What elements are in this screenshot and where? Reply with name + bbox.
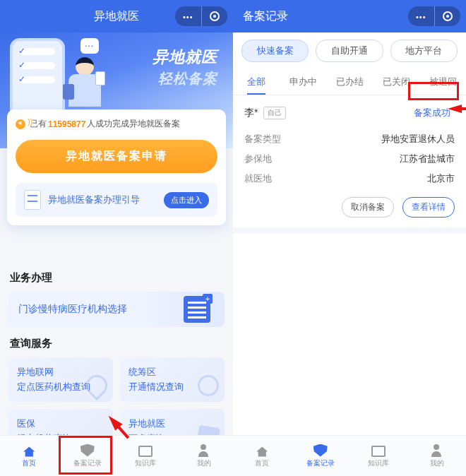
guide-enter-button[interactable]: 点击进入 bbox=[164, 192, 209, 208]
tab-label: 我的 bbox=[430, 458, 444, 468]
records-screen: 备案记录 快速备案 自助开通 地方平台 全部 申办中 已办结 已关闭 被退回 李… bbox=[233, 0, 466, 476]
menu-icon[interactable] bbox=[408, 6, 435, 26]
miniprogram-capsule[interactable] bbox=[408, 6, 460, 26]
book-icon bbox=[138, 444, 153, 457]
subtab-done[interactable]: 已办结 bbox=[326, 69, 373, 95]
header: 异地就医 bbox=[0, 0, 233, 32]
tab-records[interactable]: 备案记录 bbox=[59, 436, 117, 476]
close-icon[interactable] bbox=[202, 6, 228, 26]
menu-icon[interactable] bbox=[175, 6, 202, 26]
field-value: 北京市 bbox=[427, 172, 455, 185]
book-icon bbox=[371, 444, 386, 457]
tab-label: 备案记录 bbox=[306, 458, 335, 468]
tab-me[interactable]: 我的 bbox=[408, 436, 467, 476]
location-icon bbox=[198, 375, 219, 396]
tab-label: 首页 bbox=[255, 458, 269, 468]
tab-me[interactable]: 我的 bbox=[175, 436, 234, 476]
person-icon bbox=[430, 444, 444, 457]
record-field: 备案类型 异地安置退休人员 bbox=[244, 129, 455, 149]
document-icon bbox=[24, 190, 41, 210]
record-status: 备案成功 bbox=[410, 105, 455, 121]
shield-icon bbox=[80, 444, 95, 457]
guide-row[interactable]: 异地就医备案办理引导 点击进入 bbox=[16, 183, 217, 217]
record-card: 李* 自己 备案成功 备案类型 异地安置退休人员 参保地 江苏省盐城市 就医地 … bbox=[233, 95, 466, 233]
person-icon bbox=[197, 444, 211, 457]
shield-icon bbox=[313, 444, 328, 457]
tab-records[interactable]: 备案记录 bbox=[292, 436, 350, 476]
record-field: 参保地 江苏省盐城市 bbox=[244, 149, 455, 169]
close-icon[interactable] bbox=[435, 6, 461, 26]
header: 备案记录 bbox=[233, 0, 466, 32]
subtab-all[interactable]: 全部 bbox=[233, 69, 280, 95]
page-title: 异地就医 bbox=[94, 9, 139, 24]
page-title: 备案记录 bbox=[243, 9, 288, 24]
query-card-region[interactable]: 统筹区 开通情况查询 bbox=[120, 357, 225, 402]
subtab-rejected[interactable]: 被退回 bbox=[419, 69, 466, 95]
tab-knowledge[interactable]: 知识库 bbox=[116, 436, 175, 476]
subtab-pending[interactable]: 申办中 bbox=[280, 69, 326, 95]
record-field: 就医地 北京市 bbox=[244, 169, 455, 189]
pill-fast[interactable]: 快速备案 bbox=[241, 40, 309, 62]
tab-label: 我的 bbox=[197, 458, 211, 468]
banner-line2: 轻松备案 bbox=[153, 68, 217, 89]
field-key: 参保地 bbox=[244, 153, 272, 165]
cancel-record-button[interactable]: 取消备案 bbox=[342, 197, 394, 218]
query-card-network[interactable]: 异地联网 定点医药机构查询 bbox=[8, 357, 113, 402]
clinic-select-label: 门诊慢特病医疗机构选择 bbox=[18, 303, 127, 314]
pill-local[interactable]: 地方平台 bbox=[390, 40, 458, 62]
tab-bar: 首页 备案记录 知识库 我的 bbox=[233, 435, 466, 476]
broadcast-suffix: 人成功完成异地就医备案 bbox=[87, 118, 180, 130]
clinic-select-card[interactable]: 门诊慢特病医疗机构选择 bbox=[8, 292, 225, 327]
banner-line1: 异地就医 bbox=[153, 47, 217, 68]
speaker-icon bbox=[16, 119, 25, 129]
broadcast-count: 11595877 bbox=[48, 119, 85, 129]
miniprogram-capsule[interactable] bbox=[175, 6, 227, 26]
field-value: 江苏省盐城市 bbox=[400, 153, 455, 165]
hospital-icon bbox=[184, 296, 210, 323]
home-icon bbox=[22, 444, 36, 457]
status-tabs: 全部 申办中 已办结 已关闭 被退回 bbox=[233, 69, 466, 95]
tab-home[interactable]: 首页 bbox=[233, 436, 292, 476]
relation-tag: 自己 bbox=[263, 107, 286, 119]
broadcast-bar: 已有 11595877 人成功完成异地就医备案 bbox=[16, 118, 217, 130]
tab-label: 知识库 bbox=[368, 458, 389, 468]
tab-label: 首页 bbox=[22, 458, 36, 468]
field-value: 异地安置退休人员 bbox=[381, 133, 455, 145]
tab-label: 知识库 bbox=[135, 458, 156, 468]
record-name: 李* bbox=[244, 107, 258, 119]
section-title-business: 业务办理 bbox=[0, 261, 233, 292]
main-card: 已有 11595877 人成功完成异地就医备案 异地就医备案申请 异地就医备案办… bbox=[7, 109, 226, 225]
tab-bar: 首页 备案记录 知识库 我的 bbox=[0, 435, 233, 476]
apply-button[interactable]: 异地就医备案申请 bbox=[16, 140, 217, 173]
view-detail-button[interactable]: 查看详情 bbox=[402, 197, 455, 218]
field-key: 就医地 bbox=[244, 172, 272, 185]
query-l1: 医保 bbox=[17, 417, 104, 430]
speech-bubble-icon bbox=[80, 38, 99, 54]
tab-knowledge[interactable]: 知识库 bbox=[350, 436, 408, 476]
pill-self[interactable]: 自助开通 bbox=[316, 40, 383, 62]
home-icon bbox=[255, 444, 269, 457]
tab-label: 备案记录 bbox=[73, 458, 102, 468]
field-key: 备案类型 bbox=[244, 133, 281, 145]
tab-home[interactable]: 首页 bbox=[0, 436, 59, 476]
record-name-row: 李* 自己 bbox=[244, 107, 286, 119]
subtab-closed[interactable]: 已关闭 bbox=[373, 69, 419, 95]
home-screen: 异地就医 异地就医 轻松备案 已有 11595877 bbox=[0, 0, 233, 476]
filter-pills: 快速备案 自助开通 地方平台 bbox=[233, 32, 466, 69]
section-title-query: 查询服务 bbox=[0, 327, 233, 357]
guide-text: 异地就医备案办理引导 bbox=[48, 194, 157, 206]
